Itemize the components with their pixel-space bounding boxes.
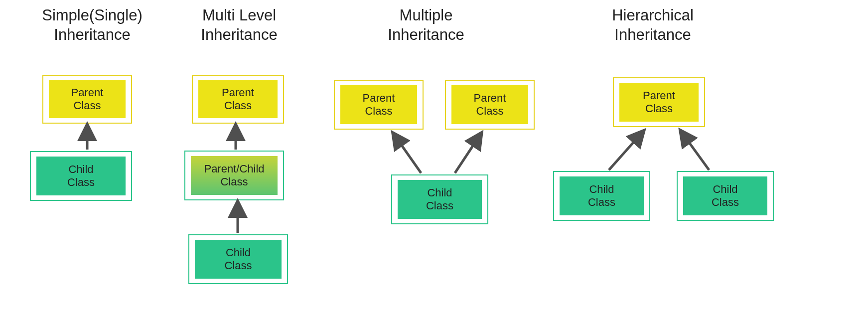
heading-single: Simple(Single)Inheritance — [27, 6, 157, 45]
single-parent-label: ParentClass — [49, 80, 126, 118]
multiple-parent2-label: ParentClass — [451, 85, 528, 124]
multiple-parent1-box: ParentClass — [334, 80, 424, 130]
multilevel-middle-label: Parent/ChildClass — [191, 156, 278, 195]
heading-hierarchical: HierarchicalInheritance — [583, 6, 723, 45]
hierarchical-parent-label: ParentClass — [619, 83, 699, 122]
multilevel-middle-box: Parent/ChildClass — [184, 151, 284, 200]
arrow-multiple-left — [395, 136, 421, 173]
single-parent-box: ParentClass — [42, 75, 132, 124]
multiple-parent1-label: ParentClass — [340, 85, 417, 124]
single-child-label: ChildClass — [36, 157, 126, 195]
arrow-hierarchical-left — [609, 134, 641, 170]
diagram-canvas: Simple(Single)Inheritance Multi LevelInh… — [0, 0, 868, 329]
single-child-box: ChildClass — [30, 151, 132, 201]
hierarchical-parent-box: ParentClass — [613, 77, 705, 127]
hierarchical-child2-label: ChildClass — [683, 176, 767, 215]
hierarchical-child1-box: ChildClass — [553, 171, 650, 221]
multilevel-child-label: ChildClass — [195, 240, 282, 279]
hierarchical-child2-box: ChildClass — [677, 171, 774, 221]
heading-multiple: MultipleInheritance — [366, 6, 486, 45]
hierarchical-child1-label: ChildClass — [560, 176, 644, 215]
heading-multilevel: Multi LevelInheritance — [179, 6, 299, 45]
arrow-multiple-right — [455, 136, 479, 173]
multilevel-parent-box: ParentClass — [192, 75, 284, 124]
multilevel-parent-label: ParentClass — [198, 80, 278, 118]
arrow-hierarchical-right — [683, 134, 709, 170]
multiple-child-label: ChildClass — [398, 180, 482, 219]
multiple-child-box: ChildClass — [391, 174, 488, 224]
multiple-parent2-box: ParentClass — [445, 80, 535, 130]
multilevel-child-box: ChildClass — [188, 234, 288, 284]
